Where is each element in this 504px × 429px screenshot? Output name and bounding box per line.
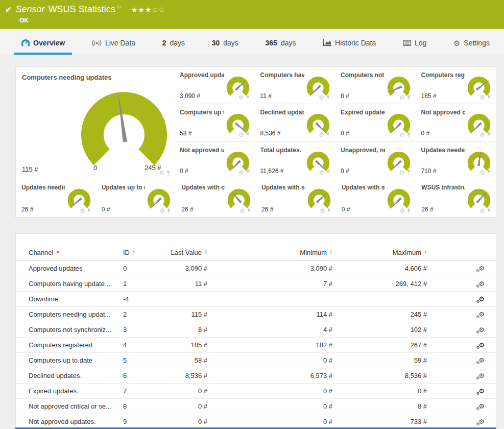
pin-icon[interactable] xyxy=(166,170,171,176)
gear-icon[interactable]: ⚙ xyxy=(80,208,85,214)
gauge-tile[interactable]: Computers registered 185 # ⚙ xyxy=(416,67,496,104)
gauge-tile[interactable]: Unapproved, needed u... 0 # ⚙ xyxy=(335,142,416,179)
channel-settings-gear-icon[interactable]: ⚙⚙ xyxy=(478,418,485,425)
table-row[interactable]: Computers up to date 5 58 # 0 # 59 # ⚙⚙ xyxy=(16,353,496,368)
gauge-tile[interactable]: Computers up to date 58 # ⚙ xyxy=(174,104,255,141)
pin-icon[interactable] xyxy=(246,132,250,138)
table-row[interactable]: Computers needing updat... 2 115 # 114 #… xyxy=(16,307,496,322)
channel-settings-gear-icon[interactable]: ⚙⚙ xyxy=(478,311,485,318)
gear-icon[interactable]: ⚙ xyxy=(400,208,405,214)
table-row[interactable]: Computers having update ... 1 11 # 7 # 2… xyxy=(16,276,496,292)
gauge-tile[interactable]: WSUS infrastructure u... 26 # ⚙ xyxy=(416,179,496,218)
column-header-last-value[interactable]: Last Value ▲▼ xyxy=(161,249,235,256)
pin-icon[interactable] xyxy=(326,132,330,138)
tab-days[interactable]: 365 days xyxy=(258,35,303,55)
channel-settings-gear-icon[interactable]: ⚙⚙ xyxy=(478,326,485,333)
star-filled-icon[interactable]: ★ xyxy=(145,6,152,14)
pin-icon[interactable] xyxy=(487,208,491,214)
pin-icon[interactable] xyxy=(246,170,250,175)
gear-icon[interactable]: ⚙ xyxy=(238,170,244,176)
pin-icon[interactable] xyxy=(166,208,171,214)
gauge-tile[interactable]: Updates needed by co... 710 # ⚙ xyxy=(416,142,496,179)
cell-maximum: 8,536 # xyxy=(345,372,440,379)
pin-icon[interactable] xyxy=(487,95,491,101)
gauge-tile[interactable]: Updates with server err... 26 # ⚙ xyxy=(256,179,336,218)
channel-settings-gear-icon[interactable]: ⚙⚙ xyxy=(478,296,485,302)
star-empty-icon[interactable]: ☆ xyxy=(159,6,166,14)
gauge-tile[interactable]: Updates with client err... 26 # ⚙ xyxy=(176,179,256,218)
column-header-channel[interactable]: Channel ▼ xyxy=(29,249,123,256)
pin-icon[interactable] xyxy=(406,170,411,175)
pin-icon[interactable] xyxy=(87,208,91,214)
pin-icon[interactable] xyxy=(406,132,411,138)
gear-icon[interactable]: ⚙ xyxy=(399,170,405,176)
table-row[interactable]: Computers not synchroniz... 3 8 # 4 # 10… xyxy=(16,322,496,338)
gauge-tile[interactable]: Total updates. 11,626 # ⚙ xyxy=(255,142,335,179)
pin-icon[interactable] xyxy=(246,95,250,101)
gauge-tile[interactable]: Computers not synchr... 8 # ⚙ xyxy=(335,67,416,104)
tab-live-data[interactable]: Live Data xyxy=(85,35,142,55)
channel-settings-gear-icon[interactable]: ⚙⚙ xyxy=(478,388,485,394)
tab-historic-data[interactable]: Historic Data xyxy=(316,35,383,55)
pin-icon[interactable] xyxy=(406,95,411,101)
gear-icon[interactable]: ⚙ xyxy=(479,94,485,101)
channel-settings-gear-icon[interactable]: ⚙⚙ xyxy=(478,403,485,410)
pin-icon[interactable] xyxy=(406,208,411,214)
featured-gauge-tile[interactable]: Computers needing updates 0 245 # 115 # … xyxy=(16,67,174,179)
column-header-id[interactable]: ID ▲▼ xyxy=(123,249,161,256)
gauge-tile[interactable]: Computers having upd... 11 # ⚙ xyxy=(255,67,335,104)
channel-settings-gear-icon[interactable]: ⚙⚙ xyxy=(478,372,485,379)
pin-icon[interactable] xyxy=(326,95,330,101)
table-row[interactable]: Computers registered 4 185 # 182 # 267 #… xyxy=(16,338,496,353)
gauge-tile[interactable]: Updates needing files. 26 # ⚙ xyxy=(16,179,96,218)
priority-stars[interactable]: ★★★☆☆ xyxy=(131,6,166,14)
gauge-tile[interactable]: Expired updates. 0 # ⚙ xyxy=(335,104,416,141)
table-row[interactable]: Expired updates. 7 0 # 0 # 0 # ⚙⚙ xyxy=(16,384,496,399)
tab-days[interactable]: 2 days xyxy=(155,35,192,55)
gear-icon[interactable]: ⚙ xyxy=(399,94,405,101)
pin-icon[interactable] xyxy=(487,132,491,138)
pin-icon[interactable] xyxy=(327,208,331,214)
gear-icon[interactable]: ⚙ xyxy=(160,208,165,214)
gear-icon[interactable]: ⚙ xyxy=(479,132,485,138)
gear-icon[interactable]: ⚙ xyxy=(319,94,324,101)
gear-icon[interactable]: ⚙ xyxy=(320,208,325,214)
table-row[interactable]: Not approved critical or se... 8 0 # 0 #… xyxy=(16,399,496,414)
pin-icon[interactable] xyxy=(326,170,330,175)
column-header-minimum[interactable]: Minimum ▲▼ xyxy=(235,249,345,256)
gear-icon[interactable]: ⚙ xyxy=(238,132,244,138)
gauge-tile[interactable]: Not approved critical o... 0 # ⚙ xyxy=(416,104,496,141)
tab-overview[interactable]: Overview xyxy=(14,35,72,55)
channel-settings-gear-icon[interactable]: ⚙⚙ xyxy=(478,280,485,287)
gear-icon[interactable]: ⚙ xyxy=(479,170,485,176)
tab-settings[interactable]: ⚙ Settings xyxy=(446,35,497,55)
tab-days[interactable]: 30 days xyxy=(205,35,246,55)
table-row[interactable]: Approved updates 0 3,090 # 3,090 # 4,606… xyxy=(16,261,496,276)
gauge-tile[interactable]: Updates up to date. 0 # ⚙ xyxy=(96,179,176,218)
gear-icon[interactable]: ⚙ xyxy=(159,170,164,176)
table-row[interactable]: Downtime -4 ⚙⚙ xyxy=(16,292,496,307)
star-empty-icon[interactable]: ☆ xyxy=(152,6,159,14)
gauge-tile[interactable]: Not approved updates 0 # ⚙ xyxy=(174,142,255,179)
gear-icon[interactable]: ⚙ xyxy=(399,132,405,138)
pin-icon[interactable] xyxy=(247,208,251,214)
gear-icon[interactable]: ⚙ xyxy=(239,208,245,214)
gear-icon[interactable]: ⚙ xyxy=(238,94,244,101)
pin-icon[interactable] xyxy=(487,170,491,175)
flag-icon[interactable]: ⚐ xyxy=(117,5,122,10)
gear-icon[interactable]: ⚙ xyxy=(319,132,324,138)
gauge-tile[interactable]: Updates with stale upd... 0 # ⚙ xyxy=(336,179,416,218)
channel-settings-gear-icon[interactable]: ⚙⚙ xyxy=(478,265,485,272)
gauge-tile[interactable]: Approved updates 3,090 # ⚙ xyxy=(174,67,255,104)
gauge-tile[interactable]: Declined updates. 8,536 # ⚙ xyxy=(255,104,335,141)
star-filled-icon[interactable]: ★ xyxy=(131,6,138,14)
table-row[interactable]: Not approved updates. 9 0 # 0 # 733 # ⚙⚙ xyxy=(16,414,496,429)
channel-settings-gear-icon[interactable]: ⚙⚙ xyxy=(478,357,485,364)
channel-settings-gear-icon[interactable]: ⚙⚙ xyxy=(478,342,485,348)
table-row[interactable]: Declined updates. 6 8,536 # 6,573 # 8,53… xyxy=(16,368,496,384)
tab-log[interactable]: Log xyxy=(396,35,434,55)
column-header-maximum[interactable]: Maximum ▲▼ xyxy=(345,249,440,256)
gear-icon[interactable]: ⚙ xyxy=(319,170,324,176)
gear-icon[interactable]: ⚙ xyxy=(479,208,485,214)
star-filled-icon[interactable]: ★ xyxy=(138,6,145,14)
